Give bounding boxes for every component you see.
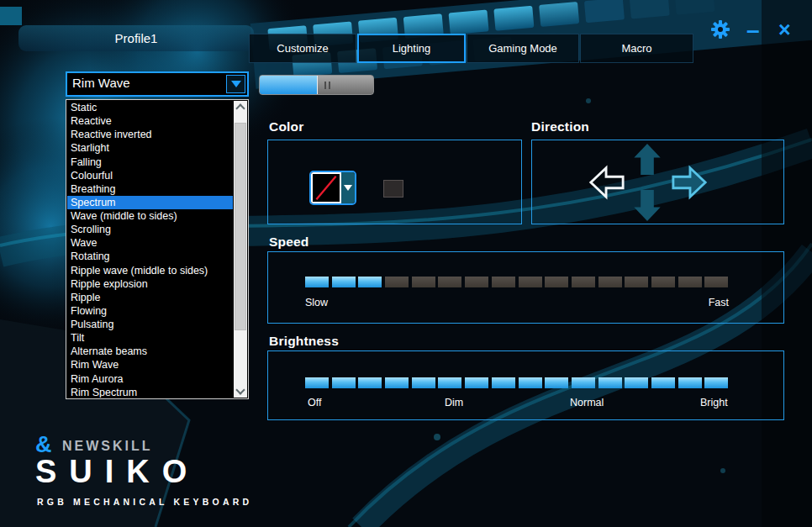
close-button[interactable]: × xyxy=(778,19,791,40)
slider-segment[interactable] xyxy=(651,277,675,287)
slider-segment[interactable] xyxy=(519,377,542,388)
slider-segment[interactable] xyxy=(545,277,568,287)
slider-segment[interactable] xyxy=(305,277,329,287)
color-swatch[interactable] xyxy=(383,180,403,198)
dropdown-arrow-button[interactable] xyxy=(226,75,245,93)
minimize-button[interactable]: – xyxy=(746,18,760,42)
slider-segment[interactable] xyxy=(625,277,648,287)
effect-listbox: StaticReactiveReactive invertedStarlight… xyxy=(66,99,249,399)
effect-option[interactable]: Static xyxy=(67,101,233,114)
slider-segment[interactable] xyxy=(598,377,622,388)
chevron-up-icon xyxy=(235,103,245,113)
slider-segment[interactable] xyxy=(492,377,515,388)
effect-option[interactable]: Spectrum xyxy=(67,196,233,209)
slider-segment[interactable] xyxy=(305,377,329,388)
effect-option[interactable]: Ripple wave (middle to sides) xyxy=(67,264,233,277)
chevron-down-icon xyxy=(231,81,241,87)
slider-segment[interactable] xyxy=(492,277,515,287)
speed-max-label: Fast xyxy=(703,297,729,308)
tab-macro[interactable]: Macro xyxy=(580,34,693,63)
color-picker-dropdown[interactable] xyxy=(341,172,355,203)
slider-segment[interactable] xyxy=(465,377,488,388)
chevron-down-icon xyxy=(344,185,352,191)
slider-segment[interactable] xyxy=(625,377,648,388)
brightness-label-off: Off xyxy=(308,397,321,408)
direction-right-arrow[interactable] xyxy=(671,164,708,201)
effect-option[interactable]: Scrolling xyxy=(67,223,233,236)
slider-segment[interactable] xyxy=(519,277,542,287)
effect-option[interactable]: Pulsating xyxy=(67,318,233,331)
slider-segment[interactable] xyxy=(704,277,728,287)
scroll-down-button[interactable] xyxy=(234,384,247,398)
effect-option[interactable]: Ripple xyxy=(67,291,233,304)
product-name: SUIKO xyxy=(35,454,199,490)
color-picker-button[interactable] xyxy=(309,171,356,205)
slider-segment[interactable] xyxy=(572,377,595,388)
speed-section-title: Speed xyxy=(269,235,309,250)
direction-up-arrow[interactable] xyxy=(630,141,665,177)
effect-option[interactable]: Alternate beams xyxy=(67,345,233,358)
slider-segment[interactable] xyxy=(438,377,461,388)
slider-segment[interactable] xyxy=(358,377,382,388)
chevron-down-icon xyxy=(235,385,245,394)
slider-segment[interactable] xyxy=(332,277,356,287)
app-window: Profile1 CustomizeLightingGaming ModeMac… xyxy=(0,0,812,527)
scrollbar[interactable] xyxy=(234,101,247,398)
slider-segment[interactable] xyxy=(678,377,702,388)
effect-option[interactable]: Flowing xyxy=(67,304,233,318)
effect-option[interactable]: Falling xyxy=(67,155,233,169)
effect-toggle[interactable] xyxy=(259,75,374,95)
slider-segment[interactable] xyxy=(358,277,382,287)
profile-label: Profile1 xyxy=(115,31,158,45)
slider-segment[interactable] xyxy=(412,377,435,388)
scrollbar-thumb[interactable] xyxy=(235,123,246,330)
product-tagline: RGB MECHANICAL KEYBOARD xyxy=(37,497,252,507)
effect-option[interactable]: Starlight xyxy=(67,141,233,155)
brightness-label-bright: Bright xyxy=(700,397,728,408)
effect-option[interactable]: Rim Wave xyxy=(67,358,233,372)
scroll-up-button[interactable] xyxy=(234,101,247,114)
color-none-icon xyxy=(311,172,341,203)
direction-down-arrow[interactable] xyxy=(630,187,665,224)
effect-option[interactable]: Ripple explosion xyxy=(67,277,233,291)
settings-gear-icon[interactable] xyxy=(711,20,730,39)
effect-options: StaticReactiveReactive invertedStarlight… xyxy=(67,101,233,398)
slider-segment[interactable] xyxy=(545,377,568,388)
effect-option[interactable]: Tilt xyxy=(67,331,233,345)
slider-segment[interactable] xyxy=(332,377,356,388)
effect-option[interactable]: Wave xyxy=(67,236,233,250)
effect-option[interactable]: Rim Spectrum xyxy=(67,386,233,398)
brightness-label-dim: Dim xyxy=(445,397,463,408)
effect-option[interactable]: Rim Aurora xyxy=(67,372,233,386)
effect-dropdown-value: Rim Wave xyxy=(72,76,130,90)
toggle-on-indicator xyxy=(260,76,318,94)
slider-segment[interactable] xyxy=(572,277,595,287)
slider-segment[interactable] xyxy=(438,277,461,287)
slider-segment[interactable] xyxy=(385,277,409,287)
slider-segment[interactable] xyxy=(385,377,409,388)
toggle-grip-icon xyxy=(329,82,330,89)
tab-lighting[interactable]: Lighting xyxy=(357,34,466,63)
speed-panel xyxy=(267,251,784,324)
effect-option[interactable]: Reactive inverted xyxy=(67,128,233,141)
effect-option[interactable]: Wave (middle to sides) xyxy=(67,209,233,223)
effect-option[interactable]: Reactive xyxy=(67,114,233,128)
toggle-grip-icon xyxy=(324,82,326,89)
slider-segment[interactable] xyxy=(678,277,702,287)
brand-name: NEWSKILL xyxy=(62,439,153,454)
slider-segment[interactable] xyxy=(412,277,435,287)
effect-option[interactable]: Rotating xyxy=(67,250,233,263)
speed-min-label: Slow xyxy=(305,297,328,308)
effect-dropdown[interactable]: Rim Wave xyxy=(66,71,249,97)
effect-option[interactable]: Breathing xyxy=(67,182,233,196)
slider-segment[interactable] xyxy=(704,377,728,388)
brightness-section-title: Brightness xyxy=(269,334,339,349)
slider-segment[interactable] xyxy=(465,277,488,287)
profile-tab[interactable]: Profile1 xyxy=(18,25,254,51)
tab-customize[interactable]: Customize xyxy=(249,34,356,63)
slider-segment[interactable] xyxy=(651,377,675,388)
slider-segment[interactable] xyxy=(598,277,622,287)
direction-left-arrow[interactable] xyxy=(588,164,625,201)
tab-gaming-mode[interactable]: Gaming Mode xyxy=(467,34,579,63)
effect-option[interactable]: Colourful xyxy=(67,169,233,182)
